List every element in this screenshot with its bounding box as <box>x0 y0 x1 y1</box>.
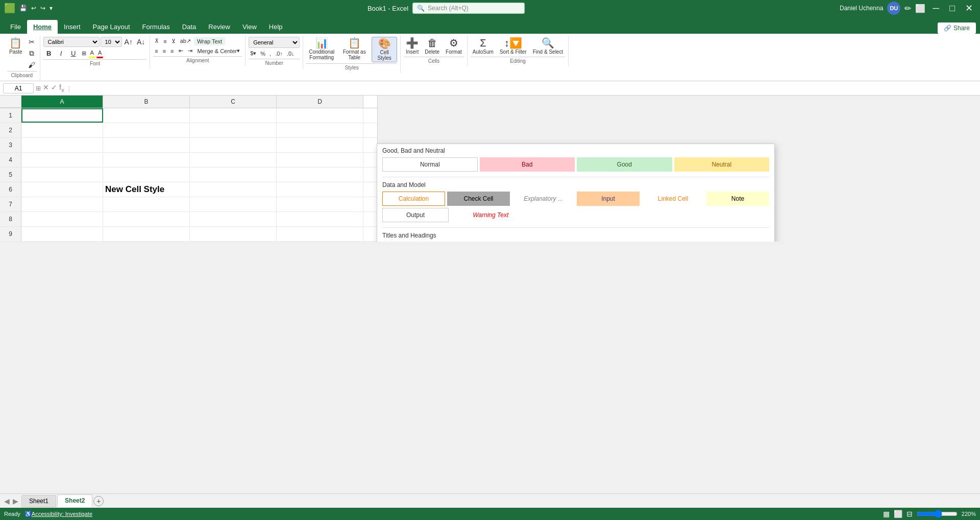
underline-button[interactable]: U <box>68 48 79 58</box>
share-button[interactable]: 🔗 Share <box>938 22 976 34</box>
cell-A8[interactable] <box>21 212 103 226</box>
cell-A4[interactable] <box>21 153 103 167</box>
row-header-2[interactable]: 2 <box>0 123 21 137</box>
row-header-1[interactable]: 1 <box>0 108 21 123</box>
cell-D8[interactable] <box>277 212 363 226</box>
row-header-6[interactable]: 6 <box>0 182 21 197</box>
format-button[interactable]: ⚙ Format <box>444 37 464 56</box>
increase-font-size-button[interactable]: A↑ <box>123 37 134 47</box>
cell-D2[interactable] <box>277 123 363 137</box>
col-header-B[interactable]: B <box>103 96 190 108</box>
corner-cell[interactable] <box>0 96 21 108</box>
cell-D1[interactable] <box>277 108 363 123</box>
row-header-9[interactable]: 9 <box>0 227 21 241</box>
cell-A9[interactable] <box>21 227 103 241</box>
tab-file[interactable]: File <box>4 20 27 34</box>
paste-button[interactable]: 📋 Paste <box>7 37 24 56</box>
copy-button[interactable]: ⧉ <box>27 48 37 59</box>
cut-button[interactable]: ✂ <box>27 37 37 47</box>
row-header-5[interactable]: 5 <box>0 168 21 182</box>
cell-B2[interactable] <box>103 123 190 137</box>
align-right-button[interactable]: ≡ <box>169 47 175 55</box>
cell-D6[interactable] <box>277 182 363 197</box>
style-note-cell[interactable]: Note <box>706 192 769 206</box>
tab-help[interactable]: Help <box>263 20 289 34</box>
dec-increase-btn[interactable]: .0↑ <box>274 50 284 58</box>
increase-indent-button[interactable]: ⇥ <box>186 46 194 55</box>
tab-home[interactable]: Home <box>27 20 58 34</box>
tab-formulas[interactable]: Formulas <box>136 20 176 34</box>
wrap-text-button[interactable]: Wrap Text <box>194 37 225 45</box>
find-select-button[interactable]: 🔍 Find & Select <box>531 37 565 56</box>
style-warning-cell[interactable]: Warning Text <box>451 208 531 222</box>
style-linked-cell-cell[interactable]: Linked Cell <box>642 192 704 206</box>
font-size-select[interactable]: 10 <box>101 37 122 47</box>
merge-center-button[interactable]: Merge & Center▾ <box>195 46 242 55</box>
search-box[interactable]: 🔍 Search (Alt+Q) <box>412 3 525 14</box>
currency-btn[interactable]: $▾ <box>249 49 258 58</box>
tab-data[interactable]: Data <box>176 20 202 34</box>
cell-B9[interactable] <box>103 227 190 241</box>
tab-review[interactable]: Review <box>202 20 236 34</box>
style-good-cell[interactable]: Good <box>577 157 672 172</box>
cell-reference-box[interactable] <box>3 83 34 93</box>
cell-C3[interactable] <box>190 138 277 152</box>
minimize-btn[interactable]: ─ <box>929 3 942 14</box>
sort-filter-button[interactable]: ↕🔽 Sort & Filter <box>498 37 529 56</box>
cell-C9[interactable] <box>190 227 277 241</box>
cell-B3[interactable] <box>103 138 190 152</box>
bold-button[interactable]: B <box>43 48 55 58</box>
cell-styles-button[interactable]: 🎨 Cell Styles <box>372 37 397 62</box>
align-bottom-button[interactable]: ⊻ <box>170 37 177 45</box>
cell-C4[interactable] <box>190 153 277 167</box>
align-top-button[interactable]: ⊼ <box>153 37 160 45</box>
row-header-8[interactable]: 8 <box>0 212 21 226</box>
cell-A6[interactable] <box>21 182 103 197</box>
spreadsheet[interactable]: A B C D 1 2 3 <box>0 96 378 242</box>
tab-insert[interactable]: Insert <box>58 20 87 34</box>
style-calculation-cell[interactable]: Calculation <box>382 192 445 206</box>
quick-access-undo[interactable]: ↩ <box>31 5 36 12</box>
align-left-button[interactable]: ≡ <box>153 47 159 55</box>
align-middle-button[interactable]: ≡ <box>162 37 168 45</box>
cell-C1[interactable] <box>190 108 277 123</box>
style-bad-cell[interactable]: Bad <box>480 157 575 172</box>
cell-B8[interactable] <box>103 212 190 226</box>
align-center-button[interactable]: ≡ <box>161 47 167 55</box>
cell-A3[interactable] <box>21 138 103 152</box>
cell-D7[interactable] <box>277 197 363 211</box>
font-color-button[interactable]: A <box>96 49 103 58</box>
maximize-btn[interactable]: □ <box>946 3 958 14</box>
comma-btn[interactable]: , <box>268 50 273 58</box>
delete-button[interactable]: 🗑 Delete <box>423 37 442 56</box>
cell-D5[interactable] <box>277 168 363 182</box>
tab-view[interactable]: View <box>236 20 263 34</box>
cancel-formula-icon[interactable]: ✕ <box>43 83 49 93</box>
quick-access-redo[interactable]: ↪ <box>40 5 45 12</box>
conditional-formatting-button[interactable]: 📊 Conditional Formatting <box>306 37 337 61</box>
cell-B5[interactable] <box>103 168 190 182</box>
pen-icon[interactable]: ✏ <box>904 4 911 13</box>
close-btn[interactable]: ✕ <box>962 3 976 14</box>
format-as-table-button[interactable]: 📋 Format as Table <box>339 37 370 61</box>
formula-bar-expand-icon[interactable]: ⊞ <box>36 85 41 92</box>
formula-input[interactable] <box>74 84 977 93</box>
confirm-formula-icon[interactable]: ✓ <box>51 83 57 93</box>
italic-button[interactable]: I <box>56 48 67 58</box>
autosum-button[interactable]: Σ AutoSum <box>471 37 496 56</box>
cell-C7[interactable] <box>190 197 277 211</box>
fill-color-button[interactable]: A <box>89 49 95 58</box>
row-header-7[interactable]: 7 <box>0 197 21 211</box>
font-name-select[interactable]: Calibri <box>43 37 100 47</box>
decrease-font-size-button[interactable]: A↓ <box>135 37 146 47</box>
number-format-select[interactable]: General <box>249 37 300 48</box>
cell-B1[interactable] <box>103 108 190 123</box>
style-explanatory-cell[interactable]: Explanatory ... <box>512 192 575 206</box>
cell-A5[interactable] <box>21 168 103 182</box>
dec-decrease-btn[interactable]: .0↓ <box>285 50 296 58</box>
col-header-C[interactable]: C <box>190 96 277 108</box>
borders-button[interactable]: ⊞ <box>80 49 88 58</box>
cell-A2[interactable] <box>21 123 103 137</box>
cell-C8[interactable] <box>190 212 277 226</box>
quick-access-save[interactable]: 💾 <box>19 5 27 12</box>
